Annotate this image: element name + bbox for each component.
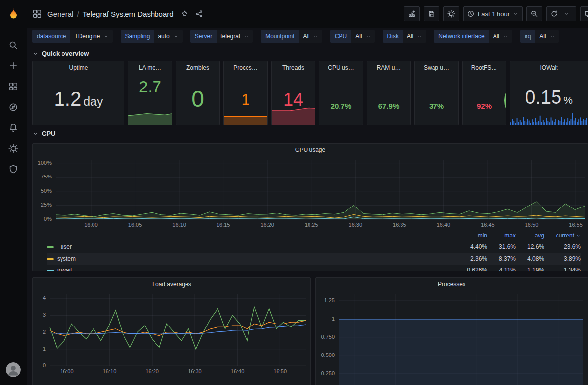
legend-column-label: min	[478, 232, 487, 239]
stat-body: 0.15%	[510, 74, 588, 125]
caret-down-icon	[313, 34, 318, 39]
stat-body: 1.2day	[33, 74, 124, 125]
variable-value-dropdown[interactable]: telegraf	[217, 30, 253, 43]
legend-header-row: minmaxavgcurrent	[47, 230, 581, 241]
legend-value: 4.11%	[487, 267, 516, 271]
legend-series-name: _user	[57, 243, 72, 250]
caret-down-icon	[173, 34, 179, 39]
legend-value: 0.626%	[459, 267, 487, 271]
panel-title[interactable]: CPU usage	[33, 144, 588, 156]
variable-sampling: Samplingauto	[121, 30, 182, 43]
stat-body: 0	[176, 74, 219, 125]
legend-value: 4.08%	[516, 255, 544, 262]
gauge	[463, 74, 506, 125]
variable-mountpoint: MountpointAll	[261, 30, 322, 43]
dashboard-settings-button[interactable]	[443, 6, 459, 21]
time-picker-button[interactable]: Last 1 hour	[463, 6, 523, 21]
stat-body: 37%	[415, 74, 458, 125]
legend-sort-avg[interactable]: avg	[516, 232, 544, 239]
variable-bar: datasourceTDengineSamplingautoServertele…	[27, 28, 588, 45]
stat-value: 1	[241, 92, 249, 107]
apps-icon	[32, 9, 42, 19]
variable-value-dropdown[interactable]: TDengine	[70, 30, 113, 43]
refresh-interval-dropdown[interactable]	[561, 6, 576, 21]
panel-cpu-usage: CPU us…20.7%	[319, 61, 363, 125]
panel-title[interactable]: CPU us…	[319, 61, 363, 74]
sidebar-item-search[interactable]	[7, 39, 19, 51]
legend-series-toggle[interactable]: system	[47, 255, 459, 262]
variable-value-dropdown[interactable]: All	[351, 30, 374, 43]
legend-value: 2.36%	[459, 255, 487, 262]
legend-value: 12.6%	[516, 243, 544, 250]
avatar-icon	[6, 362, 21, 377]
variable-label: irq	[520, 30, 535, 43]
cpu-usage-chart[interactable]: 100%75%50%25%0%16:0016:0516:1016:1516:20…	[33, 156, 588, 230]
variable-label: Sampling	[121, 30, 154, 43]
panel-title[interactable]: RootFS…	[463, 61, 506, 74]
sidebar-item-plus[interactable]	[7, 60, 19, 72]
panel-title[interactable]: Proces…	[224, 61, 267, 74]
add-panel-button[interactable]	[404, 6, 420, 21]
panel-title[interactable]: Zombies	[176, 61, 219, 74]
legend-sort-current[interactable]: current	[544, 232, 581, 239]
processes-chart[interactable]: 1.2510.7500.5000.250	[316, 291, 588, 385]
panel-title[interactable]: Swap u…	[415, 61, 458, 74]
panel-title[interactable]: Load averages	[33, 278, 310, 291]
stat-value-unit: day	[83, 95, 103, 108]
legend-value: 23.6%	[544, 243, 581, 250]
panel-rootfs-usage: RootFS…92%	[462, 61, 506, 125]
panel-threads: Threads14	[271, 61, 315, 125]
row-quick-overview[interactable]: Quick overview	[32, 46, 588, 60]
variable-label: datasource	[32, 30, 70, 43]
refresh-button[interactable]	[546, 6, 562, 21]
sidebar-item-bell[interactable]	[7, 122, 19, 134]
variable-label: Disk	[383, 30, 403, 43]
legend-series-toggle[interactable]: iowait	[47, 267, 459, 271]
variable-value-dropdown[interactable]: All	[403, 30, 426, 43]
sidebar-item-apps[interactable]	[7, 81, 19, 92]
load-averages-chart[interactable]: 4321016:0016:1016:2016:3016:4016:50	[33, 291, 310, 378]
panel-la-medium: LA me…2.7	[128, 61, 172, 125]
row-title: Quick overview	[42, 50, 89, 57]
breadcrumb: General / Telegraf System Dashboard	[47, 10, 174, 18]
variable-value: auto	[158, 33, 169, 40]
star-icon[interactable]	[181, 10, 188, 18]
variable-value: All	[493, 33, 499, 40]
stat-value-unit: %	[563, 95, 573, 105]
kiosk-mode-button[interactable]	[580, 6, 588, 21]
share-icon[interactable]	[195, 10, 203, 18]
stat-value-number: 0.15	[525, 88, 561, 107]
panel-title[interactable]: RAM u…	[367, 61, 410, 74]
variable-value-dropdown[interactable]: All	[489, 30, 512, 43]
row-cpu[interactable]: CPU	[32, 126, 588, 140]
sidebar-item-compass[interactable]	[7, 101, 19, 113]
variable-value: All	[539, 33, 546, 40]
sidebar-item-shield[interactable]	[7, 163, 19, 175]
variable-value-dropdown[interactable]: All	[299, 30, 322, 43]
legend-sort-min[interactable]: min	[459, 232, 487, 239]
panel-title[interactable]: Processes	[316, 278, 588, 291]
variable-value-dropdown[interactable]: auto	[154, 30, 182, 43]
sidebar-item-cog[interactable]	[7, 143, 19, 154]
caret-down-icon	[103, 34, 109, 39]
user-avatar[interactable]	[6, 362, 21, 377]
variable-value: TDengine	[74, 33, 100, 40]
legend-sort-max[interactable]: max	[487, 232, 516, 239]
legend-series-toggle[interactable]: _user	[47, 243, 459, 250]
series-color-swatch	[47, 258, 54, 260]
panel-title[interactable]: LA me…	[128, 61, 172, 74]
panel-load-averages: Load averages 4321016:0016:1016:2016:301…	[32, 277, 311, 385]
panel-title[interactable]: Threads	[272, 61, 315, 74]
main-area: General / Telegraf System Dashboard Last…	[27, 0, 588, 385]
grafana-logo[interactable]	[0, 0, 27, 28]
zoom-out-button[interactable]	[526, 6, 542, 21]
variable-value-dropdown[interactable]: All	[535, 30, 558, 43]
legend-value: 3.89%	[544, 255, 581, 262]
legend-series-name: iowait	[57, 267, 72, 271]
variable-cpu: CPUAll	[330, 30, 375, 43]
panel-processes: Processes 1.2510.7500.5000.250	[315, 277, 588, 385]
save-dashboard-button[interactable]	[424, 6, 439, 21]
panel-title[interactable]: IOWait	[510, 61, 588, 74]
panel-title[interactable]: Uptime	[33, 61, 124, 74]
breadcrumb-section[interactable]: General	[47, 10, 73, 18]
